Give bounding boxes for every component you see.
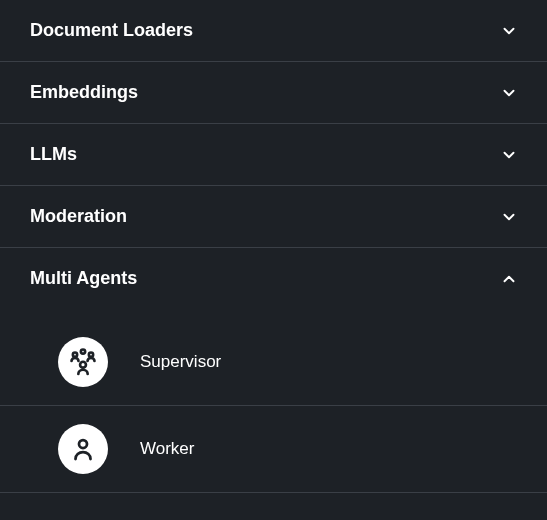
supervisor-icon (58, 337, 108, 387)
multi-agents-children: Supervisor Worker (0, 309, 547, 493)
category-embeddings[interactable]: Embeddings (0, 62, 547, 124)
svg-point-1 (73, 353, 77, 357)
sidebar-nav: Document Loaders Embeddings LLMs Moderat… (0, 0, 547, 493)
category-document-loaders[interactable]: Document Loaders (0, 0, 547, 62)
category-label: LLMs (30, 144, 77, 165)
category-label: Multi Agents (30, 268, 137, 289)
category-llms[interactable]: LLMs (0, 124, 547, 186)
chevron-down-icon (499, 207, 519, 227)
subitem-supervisor[interactable]: Supervisor (0, 319, 547, 406)
category-moderation[interactable]: Moderation (0, 186, 547, 248)
svg-point-2 (89, 353, 93, 357)
worker-icon (58, 424, 108, 474)
svg-point-3 (81, 349, 85, 353)
subitem-label: Supervisor (140, 352, 221, 372)
chevron-down-icon (499, 145, 519, 165)
chevron-down-icon (499, 21, 519, 41)
subitem-label: Worker (140, 439, 194, 459)
category-label: Document Loaders (30, 20, 193, 41)
subitem-worker[interactable]: Worker (0, 406, 547, 493)
category-label: Embeddings (30, 82, 138, 103)
chevron-down-icon (499, 83, 519, 103)
category-multi-agents[interactable]: Multi Agents (0, 248, 547, 309)
chevron-up-icon (499, 269, 519, 289)
svg-point-0 (80, 362, 86, 368)
svg-point-4 (79, 440, 87, 448)
category-label: Moderation (30, 206, 127, 227)
